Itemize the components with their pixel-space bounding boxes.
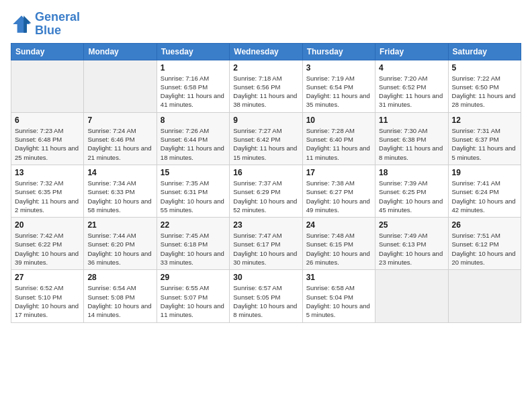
- calendar-cell: [11, 60, 84, 112]
- calendar-table: SundayMondayTuesdayWednesdayThursdayFrid…: [11, 43, 521, 323]
- day-number: 23: [233, 220, 298, 230]
- calendar-header-row: SundayMondayTuesdayWednesdayThursdayFrid…: [11, 43, 521, 60]
- day-info: Sunrise: 6:54 AM Sunset: 5:08 PM Dayligh…: [87, 283, 152, 319]
- day-number: 31: [306, 273, 371, 282]
- calendar-week-row: 6Sunrise: 7:23 AM Sunset: 6:48 PM Daylig…: [11, 112, 521, 165]
- day-info: Sunrise: 6:58 AM Sunset: 5:04 PM Dayligh…: [306, 283, 371, 319]
- calendar-cell: 20Sunrise: 7:42 AM Sunset: 6:22 PM Dayli…: [11, 218, 84, 270]
- calendar-cell: 25Sunrise: 7:49 AM Sunset: 6:13 PM Dayli…: [375, 218, 448, 270]
- day-number: 9: [233, 116, 298, 125]
- day-info: Sunrise: 7:19 AM Sunset: 6:54 PM Dayligh…: [306, 74, 371, 109]
- day-info: Sunrise: 7:30 AM Sunset: 6:38 PM Dayligh…: [379, 126, 444, 162]
- calendar-cell: 24Sunrise: 7:48 AM Sunset: 6:15 PM Dayli…: [302, 218, 375, 270]
- calendar-cell: 1Sunrise: 7:16 AM Sunset: 6:58 PM Daylig…: [157, 60, 229, 112]
- day-number: 16: [233, 168, 298, 177]
- day-number: 4: [379, 63, 444, 73]
- day-info: Sunrise: 7:45 AM Sunset: 6:18 PM Dayligh…: [161, 231, 226, 267]
- calendar-cell: 23Sunrise: 7:47 AM Sunset: 6:17 PM Dayli…: [230, 218, 302, 270]
- day-info: Sunrise: 7:18 AM Sunset: 6:56 PM Dayligh…: [233, 74, 298, 109]
- column-header-saturday: Saturday: [448, 43, 521, 60]
- day-number: 5: [452, 63, 517, 73]
- calendar-cell: 7Sunrise: 7:24 AM Sunset: 6:46 PM Daylig…: [84, 112, 157, 165]
- calendar-cell: 4Sunrise: 7:20 AM Sunset: 6:52 PM Daylig…: [375, 60, 448, 112]
- day-info: Sunrise: 6:55 AM Sunset: 5:07 PM Dayligh…: [161, 283, 226, 319]
- day-info: Sunrise: 7:37 AM Sunset: 6:29 PM Dayligh…: [233, 179, 298, 214]
- calendar-cell: 21Sunrise: 7:44 AM Sunset: 6:20 PM Dayli…: [84, 218, 157, 270]
- calendar-week-row: 13Sunrise: 7:32 AM Sunset: 6:35 PM Dayli…: [11, 165, 521, 217]
- day-number: 6: [15, 116, 80, 125]
- logo-icon: [11, 13, 32, 35]
- day-info: Sunrise: 7:44 AM Sunset: 6:20 PM Dayligh…: [87, 231, 152, 267]
- calendar-cell: [84, 60, 157, 112]
- day-info: Sunrise: 7:31 AM Sunset: 6:37 PM Dayligh…: [452, 126, 517, 162]
- logo-text: General Blue: [35, 11, 80, 38]
- day-number: 3: [306, 63, 371, 73]
- column-header-friday: Friday: [375, 43, 448, 60]
- day-info: Sunrise: 7:38 AM Sunset: 6:27 PM Dayligh…: [306, 179, 371, 214]
- column-header-monday: Monday: [84, 43, 157, 60]
- column-header-thursday: Thursday: [302, 43, 375, 60]
- calendar-cell: [448, 270, 521, 322]
- calendar-week-row: 20Sunrise: 7:42 AM Sunset: 6:22 PM Dayli…: [11, 218, 521, 270]
- calendar-cell: 29Sunrise: 6:55 AM Sunset: 5:07 PM Dayli…: [157, 270, 229, 322]
- day-number: 8: [161, 116, 226, 125]
- calendar-cell: 5Sunrise: 7:22 AM Sunset: 6:50 PM Daylig…: [448, 60, 521, 112]
- calendar-cell: 11Sunrise: 7:30 AM Sunset: 6:38 PM Dayli…: [375, 112, 448, 165]
- calendar-cell: 10Sunrise: 7:28 AM Sunset: 6:40 PM Dayli…: [302, 112, 375, 165]
- day-info: Sunrise: 7:24 AM Sunset: 6:46 PM Dayligh…: [87, 126, 152, 162]
- day-info: Sunrise: 7:32 AM Sunset: 6:35 PM Dayligh…: [15, 179, 80, 214]
- day-info: Sunrise: 7:27 AM Sunset: 6:42 PM Dayligh…: [233, 126, 298, 162]
- day-number: 2: [233, 63, 298, 73]
- day-info: Sunrise: 7:22 AM Sunset: 6:50 PM Dayligh…: [452, 74, 517, 109]
- logo: General Blue: [11, 11, 80, 38]
- day-info: Sunrise: 7:51 AM Sunset: 6:12 PM Dayligh…: [452, 231, 517, 267]
- page-header: General Blue: [11, 11, 521, 38]
- day-number: 14: [87, 168, 152, 177]
- day-number: 7: [87, 116, 152, 125]
- day-info: Sunrise: 7:35 AM Sunset: 6:31 PM Dayligh…: [161, 179, 226, 214]
- calendar-cell: 19Sunrise: 7:41 AM Sunset: 6:24 PM Dayli…: [448, 165, 521, 217]
- calendar-cell: 31Sunrise: 6:58 AM Sunset: 5:04 PM Dayli…: [302, 270, 375, 322]
- day-info: Sunrise: 7:34 AM Sunset: 6:33 PM Dayligh…: [87, 179, 152, 214]
- day-number: 21: [87, 220, 152, 230]
- svg-marker-0: [13, 15, 30, 33]
- calendar-cell: 3Sunrise: 7:19 AM Sunset: 6:54 PM Daylig…: [302, 60, 375, 112]
- day-number: 1: [161, 63, 226, 73]
- day-number: 12: [452, 116, 517, 125]
- day-number: 15: [161, 168, 226, 177]
- calendar-cell: 17Sunrise: 7:38 AM Sunset: 6:27 PM Dayli…: [302, 165, 375, 217]
- day-number: 10: [306, 116, 371, 125]
- calendar-cell: 13Sunrise: 7:32 AM Sunset: 6:35 PM Dayli…: [11, 165, 84, 217]
- calendar-cell: 28Sunrise: 6:54 AM Sunset: 5:08 PM Dayli…: [84, 270, 157, 322]
- day-info: Sunrise: 6:57 AM Sunset: 5:05 PM Dayligh…: [233, 283, 298, 319]
- day-number: 28: [87, 273, 152, 282]
- calendar-cell: 9Sunrise: 7:27 AM Sunset: 6:42 PM Daylig…: [230, 112, 302, 165]
- day-info: Sunrise: 7:42 AM Sunset: 6:22 PM Dayligh…: [15, 231, 80, 267]
- day-info: Sunrise: 7:48 AM Sunset: 6:15 PM Dayligh…: [306, 231, 371, 267]
- day-number: 20: [15, 220, 80, 230]
- calendar-cell: 27Sunrise: 6:52 AM Sunset: 5:10 PM Dayli…: [11, 270, 84, 322]
- calendar-cell: 18Sunrise: 7:39 AM Sunset: 6:25 PM Dayli…: [375, 165, 448, 217]
- day-number: 25: [379, 220, 444, 230]
- day-number: 11: [379, 116, 444, 125]
- calendar-cell: 15Sunrise: 7:35 AM Sunset: 6:31 PM Dayli…: [157, 165, 229, 217]
- calendar-cell: 12Sunrise: 7:31 AM Sunset: 6:37 PM Dayli…: [448, 112, 521, 165]
- day-info: Sunrise: 7:47 AM Sunset: 6:17 PM Dayligh…: [233, 231, 298, 267]
- day-number: 27: [15, 273, 80, 282]
- calendar-cell: 8Sunrise: 7:26 AM Sunset: 6:44 PM Daylig…: [157, 112, 229, 165]
- day-number: 29: [161, 273, 226, 282]
- column-header-wednesday: Wednesday: [230, 43, 302, 60]
- calendar-cell: 2Sunrise: 7:18 AM Sunset: 6:56 PM Daylig…: [230, 60, 302, 112]
- day-number: 13: [15, 168, 80, 177]
- calendar-cell: 26Sunrise: 7:51 AM Sunset: 6:12 PM Dayli…: [448, 218, 521, 270]
- calendar-cell: 14Sunrise: 7:34 AM Sunset: 6:33 PM Dayli…: [84, 165, 157, 217]
- day-number: 24: [306, 220, 371, 230]
- day-info: Sunrise: 7:28 AM Sunset: 6:40 PM Dayligh…: [306, 126, 371, 162]
- calendar-week-row: 27Sunrise: 6:52 AM Sunset: 5:10 PM Dayli…: [11, 270, 521, 322]
- day-number: 26: [452, 220, 517, 230]
- day-number: 19: [452, 168, 517, 177]
- day-info: Sunrise: 7:26 AM Sunset: 6:44 PM Dayligh…: [161, 126, 226, 162]
- day-info: Sunrise: 6:52 AM Sunset: 5:10 PM Dayligh…: [15, 283, 80, 319]
- day-info: Sunrise: 7:20 AM Sunset: 6:52 PM Dayligh…: [379, 74, 444, 109]
- day-info: Sunrise: 7:23 AM Sunset: 6:48 PM Dayligh…: [15, 126, 80, 162]
